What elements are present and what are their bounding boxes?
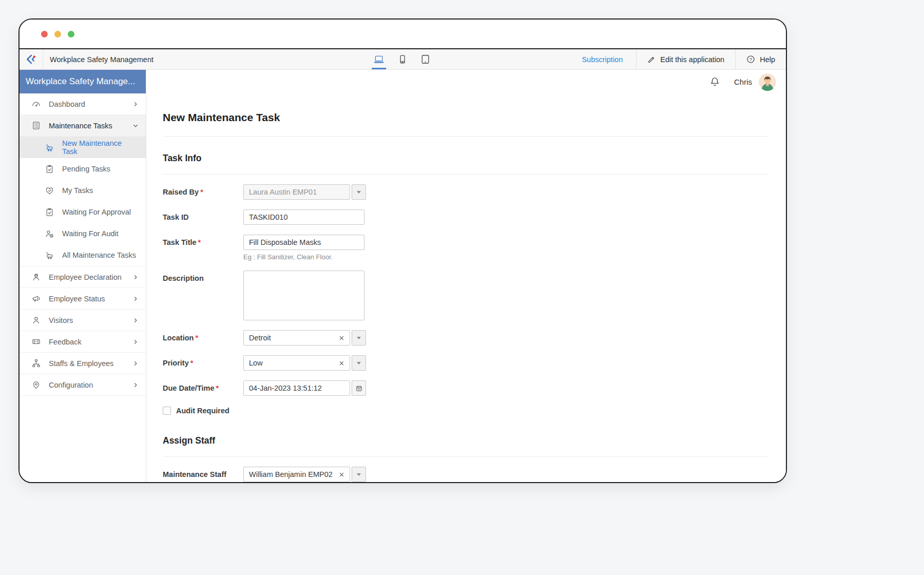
field-location: Location* Detroit (163, 330, 769, 346)
calendar-icon (355, 385, 363, 392)
raised-by-select[interactable]: Laura Austin EMP01 (243, 184, 350, 200)
maintenance-staff-label: Maintenance Staff (163, 470, 226, 478)
sidebar-item-visitors[interactable]: Visitors (20, 310, 146, 331)
audit-required-checkbox[interactable] (163, 407, 171, 415)
location-clear-button[interactable] (338, 334, 345, 342)
field-task-title: Task Title* (163, 235, 769, 250)
chevron-down-icon (132, 123, 139, 129)
worker-icon (31, 272, 41, 282)
maintenance-staff-dropdown-button[interactable] (352, 467, 366, 482)
due-datetime-input[interactable]: 04-Jan-2023 13:51:12 (243, 380, 350, 396)
task-id-input[interactable] (243, 209, 364, 225)
map-pin-icon (31, 380, 41, 390)
section-task-info: Task Info (163, 153, 769, 175)
field-maintenance-staff: Maintenance Staff William Benjamin EMP02 (163, 467, 769, 482)
sidebar-item-waiting-for-approval[interactable]: Waiting For Approval (20, 201, 146, 223)
org-chart-icon (31, 358, 41, 368)
priority-select[interactable]: Low (243, 355, 350, 371)
dropdown-arrow-icon (357, 473, 361, 476)
laptop-preview-button[interactable] (372, 49, 386, 69)
clipboard-check-icon (45, 164, 54, 174)
sidebar-item-my-tasks[interactable]: My Tasks (20, 180, 146, 201)
sidebar-item-staffs-employees[interactable]: Staffs & Employees (20, 353, 146, 374)
svg-text:?: ? (749, 57, 752, 62)
edit-application-button[interactable]: Edit this application (637, 49, 735, 69)
username[interactable]: Chris (734, 78, 752, 86)
field-audit-required[interactable]: Audit Required (163, 407, 769, 415)
priority-label: Priority (163, 359, 189, 367)
main-area: Chris New Maintenance Task Task Info (146, 70, 786, 482)
chevron-right-icon (132, 274, 139, 280)
sidebar-app-title: Workplace Safety Manage... (20, 70, 146, 93)
chevron-right-icon (132, 296, 139, 302)
megaphone-icon (31, 294, 41, 303)
section-assign-staff: Assign Staff (163, 435, 769, 457)
dropdown-arrow-icon (357, 191, 361, 194)
user-header: Chris (146, 70, 786, 94)
sidebar-item-new-maintenance-task[interactable]: New Maintenance Task (20, 137, 146, 158)
location-select[interactable]: Detroit (243, 330, 350, 346)
chevron-right-icon (132, 382, 139, 388)
window-minimize-button[interactable] (54, 31, 61, 37)
location-dropdown-button[interactable] (352, 330, 366, 346)
dropdown-arrow-icon (357, 337, 361, 339)
dropdown-arrow-icon (357, 362, 361, 365)
sidebar-item-maintenance-tasks[interactable]: Maintenance Tasks (20, 115, 146, 137)
sidebar: Workplace Safety Manage... Dashboard (20, 70, 146, 482)
gauge-icon (31, 99, 41, 109)
task-id-label: Task ID (163, 213, 189, 221)
maintenance-staff-select[interactable]: William Benjamin EMP02 (243, 467, 350, 482)
notifications-bell-icon[interactable] (709, 76, 720, 87)
field-priority: Priority* Low (163, 355, 769, 371)
phone-preview-button[interactable] (396, 49, 409, 69)
sidebar-item-all-maintenance-tasks[interactable]: All Maintenance Tasks (20, 244, 146, 266)
help-button[interactable]: ? Help (736, 49, 786, 69)
description-textarea[interactable] (243, 271, 364, 320)
required-marker: * (198, 238, 201, 246)
raised-by-dropdown-button[interactable] (352, 184, 366, 200)
chevron-right-icon (132, 101, 139, 107)
sidebar-item-employee-status[interactable]: Employee Status (20, 288, 146, 310)
raised-by-label: Raised By (163, 188, 199, 196)
sidebar-item-configuration[interactable]: Configuration (20, 374, 146, 396)
required-marker: * (190, 359, 194, 367)
tablet-icon (420, 54, 431, 65)
sidebar-item-pending-tasks[interactable]: Pending Tasks (20, 158, 146, 180)
pencil-icon (647, 55, 656, 64)
person-icon (31, 315, 41, 325)
device-preview-switch (372, 49, 432, 69)
window-close-button[interactable] (41, 31, 48, 37)
sidebar-item-feedback[interactable]: Feedback (20, 331, 146, 353)
task-title-helper: Eg : Fill Sanitizer, Clean Floor. (243, 253, 769, 261)
due-datetime-label: Due Date/Time (163, 384, 214, 392)
app-title: Workplace Safety Management (43, 49, 153, 69)
required-marker: * (200, 188, 203, 196)
window-zoom-button[interactable] (68, 31, 74, 37)
tablet-preview-button[interactable] (419, 49, 432, 69)
sidebar-item-waiting-for-audit[interactable]: Waiting For Audit (20, 223, 146, 244)
laptop-icon (373, 54, 385, 65)
maintenance-tasks-subgroup: New Maintenance Task Pending Tasks (20, 137, 146, 266)
creator-logo-icon[interactable] (20, 49, 43, 69)
sidebar-item-employee-declaration[interactable]: Employee Declaration (20, 266, 146, 288)
task-title-label: Task Title (163, 238, 197, 246)
cleaning-cart-icon (45, 251, 54, 260)
subscription-link[interactable]: Subscription (568, 49, 636, 69)
task-title-input[interactable] (243, 235, 364, 250)
priority-clear-button[interactable] (338, 359, 345, 367)
chevron-right-icon (132, 360, 139, 367)
topbar-actions: Subscription Edit this application ? (568, 49, 786, 69)
chevron-right-icon (132, 317, 139, 323)
required-marker: * (216, 384, 219, 392)
calendar-button[interactable] (352, 380, 366, 396)
maintenance-staff-clear-button[interactable] (338, 471, 345, 478)
feedback-badge-icon (31, 337, 41, 347)
sidebar-item-dashboard[interactable]: Dashboard (20, 93, 146, 115)
priority-dropdown-button[interactable] (352, 355, 366, 371)
cleaning-cart-icon (45, 143, 54, 152)
help-circle-icon: ? (746, 55, 755, 64)
person-clock-icon (45, 229, 54, 239)
heart-check-icon (45, 186, 54, 196)
user-avatar[interactable] (759, 73, 776, 91)
sidebar-nav: Dashboard Maintenance Tasks (20, 93, 146, 396)
